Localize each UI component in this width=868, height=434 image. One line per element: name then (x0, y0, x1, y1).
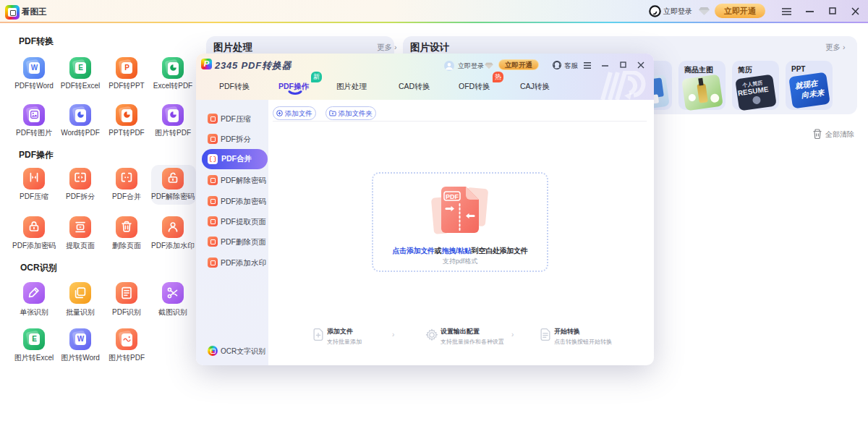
svg-text:PDF: PDF (446, 193, 459, 200)
